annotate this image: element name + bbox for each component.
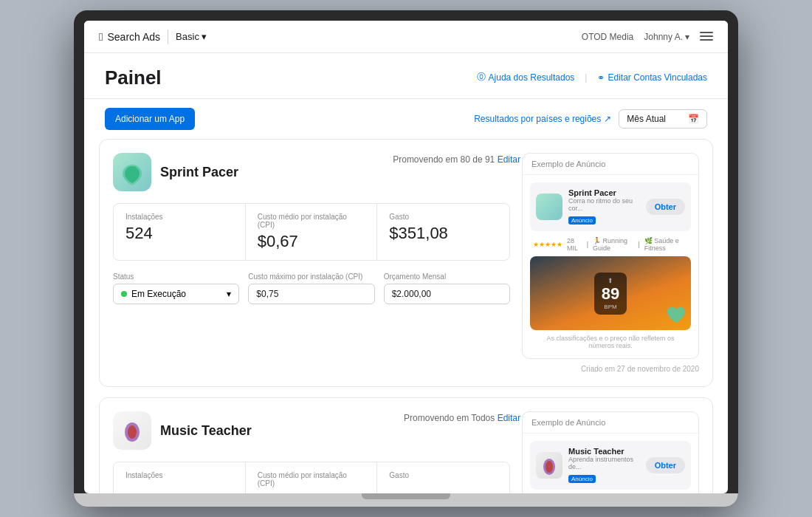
ad-top-music: Music Teacher Aprenda instrumentos de...… [530, 441, 691, 490]
toolbar: Adicionar um App Resultados por países e… [84, 99, 728, 139]
heart-icon [666, 305, 687, 326]
results-link[interactable]: Resultados por países e regiões ↗ [474, 114, 611, 124]
stat-spend: Gasto $351,08 [377, 204, 509, 260]
budget-input[interactable] [384, 284, 510, 304]
page-title: Painel [105, 66, 162, 89]
laptop-frame:  Search Ads Basic ▾ OTOD Media Johnny A… [74, 10, 738, 507]
ad-get-button-sprint[interactable]: Obter [646, 199, 685, 215]
ad-preview-sprint: Exemplo de Anúncio Sprint Pacer Corra no… [522, 153, 699, 359]
user-menu[interactable]: Johnny A. ▾ [644, 32, 689, 42]
status-control: Status Em Execução ▾ [113, 273, 239, 304]
search-ads-label: Search Ads [107, 31, 160, 43]
ad-image-sprint: ⬆ 89 BPM [530, 256, 691, 330]
status-dot [121, 291, 127, 297]
status-select[interactable]: Em Execução ▾ [113, 284, 239, 304]
ad-example-music: Exemplo de Anúncio Musi [522, 411, 699, 493]
svg-point-3 [546, 461, 553, 473]
ad-preview-music: Exemplo de Anúncio Musi [522, 411, 699, 493]
add-app-button[interactable]: Adicionar um App [105, 108, 195, 130]
ad-icon-sprint [536, 194, 562, 220]
stats-row-sprint: Instalações 524 Custo médio por instalaç… [113, 203, 510, 261]
page-header: Painel ⓪ Ajuda dos Resultados | ⚭ Editar… [84, 53, 728, 99]
ad-example-sprint: Exemplo de Anúncio Sprint Pacer Corra no… [522, 153, 699, 373]
edit-accounts-link[interactable]: ⚭ Editar Contas Vinculadas [597, 72, 707, 83]
ad-top-sprint: Sprint Pacer Corra no ritmo do seu cor..… [530, 182, 691, 231]
app-name-music: Music Teacher [160, 423, 252, 439]
card-left-music: Music Teacher Promovendo em Todos Editar… [113, 411, 510, 493]
promoting-info-music: Promovendo em Todos Editar [404, 413, 520, 423]
laptop-base [74, 493, 738, 507]
plan-selector[interactable]: Basic ▾ [176, 31, 207, 42]
org-name: OTOD Media [582, 32, 633, 42]
export-icon: ↗ [604, 114, 611, 124]
stats-row-music: Instalações Custo médio por instalação (… [113, 462, 510, 493]
card-left-sprint: Sprint Pacer Promovendo em 80 de 91 Edit… [113, 153, 510, 373]
edit-link-music[interactable]: Editar [498, 413, 520, 423]
toolbar-right: Resultados por países e regiões ↗ Mês At… [474, 109, 707, 129]
screen:  Search Ads Basic ▾ OTOD Media Johnny A… [84, 21, 728, 493]
nav-bar:  Search Ads Basic ▾ OTOD Media Johnny A… [84, 21, 728, 53]
help-link[interactable]: ⓪ Ajuda dos Resultados [477, 71, 575, 83]
stat-installs: Instalações 524 [114, 204, 246, 260]
ad-get-button-music[interactable]: Obter [646, 457, 685, 473]
app-icon-sprint [113, 153, 151, 191]
app-name-sprint: Sprint Pacer [160, 165, 238, 180]
edit-link-sprint[interactable]: Editar [498, 154, 520, 165]
layout-toggle[interactable] [700, 32, 713, 42]
promoting-info-sprint: Promovendo em 80 de 91 Editar [393, 154, 520, 165]
link-icon: ⚭ [597, 72, 605, 83]
date-selector[interactable]: Mês Atual 📅 [619, 109, 707, 129]
header-actions: ⓪ Ajuda dos Resultados | ⚭ Editar Contas… [477, 71, 707, 83]
max-cpi-input[interactable] [248, 284, 374, 304]
stat-cpi: Custo médio por instalação (CPI) $0,67 [246, 204, 378, 260]
app-card-sprint-pacer: Sprint Pacer Promovendo em 80 de 91 Edit… [99, 139, 713, 387]
question-icon: ⓪ [477, 71, 486, 83]
controls-row-sprint: Status Em Execução ▾ Custo máximo por in… [113, 273, 510, 304]
budget-control: Orçamento Mensal [384, 273, 510, 304]
apple-icon:  [99, 30, 103, 43]
cards-area: Sprint Pacer Promovendo em 80 de 91 Edit… [84, 139, 728, 493]
max-cpi-control: Custo máximo por instalação (CPI) [248, 273, 374, 304]
nav-divider [168, 30, 168, 44]
svg-point-1 [128, 425, 137, 439]
card-footer-sprint: Criado em 27 de novembro de 2020 [522, 359, 699, 373]
chevron-icon: ▾ [227, 289, 231, 299]
ad-icon-music [536, 452, 562, 479]
logo:  Search Ads [99, 30, 160, 43]
nav-right: OTOD Media Johnny A. ▾ [582, 32, 713, 42]
app-icon-music [113, 411, 151, 450]
calendar-icon: 📅 [688, 114, 699, 124]
app-card-music-teacher: Music Teacher Promovendo em Todos Editar… [99, 397, 713, 493]
